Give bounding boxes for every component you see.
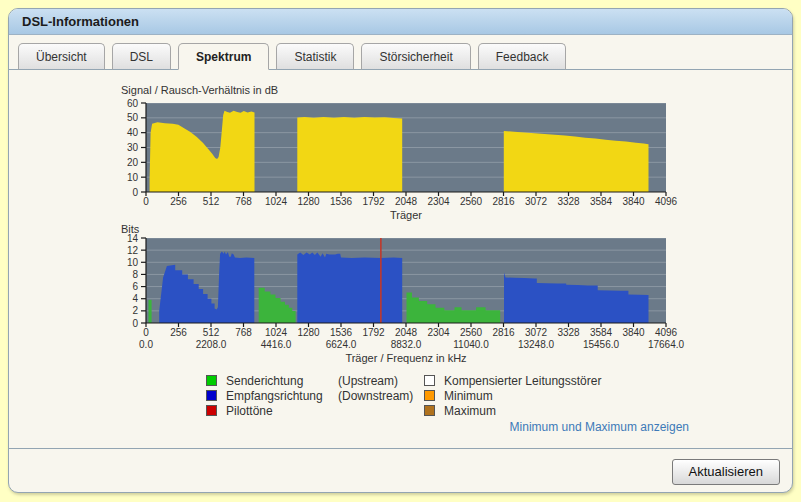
- panel-title-text: DSL-Informationen: [22, 14, 139, 29]
- svg-text:4096: 4096: [655, 327, 678, 338]
- svg-text:2304: 2304: [427, 327, 450, 338]
- svg-text:1792: 1792: [362, 196, 385, 207]
- svg-text:3840: 3840: [622, 196, 645, 207]
- svg-text:1792: 1792: [362, 327, 385, 338]
- svg-text:14: 14: [127, 233, 139, 244]
- upstream-swatch: [206, 375, 217, 386]
- svg-text:60: 60: [127, 98, 139, 109]
- svg-text:0.0: 0.0: [139, 339, 153, 350]
- svg-text:4416.0: 4416.0: [261, 339, 292, 350]
- svg-text:2048: 2048: [395, 327, 418, 338]
- tab-uebersicht[interactable]: Übersicht: [18, 43, 105, 70]
- snr-chart: 0102030405060025651276810241280153617922…: [106, 97, 696, 227]
- svg-text:3584: 3584: [590, 196, 613, 207]
- tab-bar: Übersicht DSL Spektrum Statistik Störsic…: [9, 36, 792, 70]
- legend-note-downstream: (Downstream): [338, 389, 416, 403]
- svg-text:512: 512: [203, 196, 220, 207]
- minimum-swatch: [424, 390, 435, 401]
- svg-text:4096: 4096: [655, 196, 678, 207]
- legend-label-maximum: Maximum: [444, 404, 601, 418]
- legend-label-compensated-disturber: Kompensierter Leitungsstörer: [444, 374, 601, 388]
- svg-text:768: 768: [235, 327, 252, 338]
- legend-note-upstream: (Upstream): [338, 374, 416, 388]
- svg-text:2048: 2048: [395, 196, 418, 207]
- svg-text:1536: 1536: [330, 327, 353, 338]
- svg-text:12: 12: [127, 245, 139, 256]
- svg-text:256: 256: [170, 196, 187, 207]
- svg-text:1536: 1536: [330, 196, 353, 207]
- svg-text:256: 256: [170, 327, 187, 338]
- svg-text:4: 4: [132, 293, 138, 304]
- panel-title: DSL-Informationen: [9, 9, 792, 35]
- legend-label-downstream: Empfangsrichtung: [226, 389, 330, 403]
- svg-text:2: 2: [132, 305, 138, 316]
- legend-label-minimum: Minimum: [444, 389, 601, 403]
- tab-statistik[interactable]: Statistik: [276, 43, 354, 70]
- svg-text:30: 30: [127, 142, 139, 153]
- svg-text:2560: 2560: [460, 196, 483, 207]
- svg-text:3328: 3328: [557, 196, 580, 207]
- svg-text:3072: 3072: [525, 327, 548, 338]
- svg-text:0: 0: [132, 318, 138, 329]
- show-minmax-link[interactable]: Minimum und Maximum anzeigen: [510, 420, 689, 434]
- legend-label-upstream: Senderichtung: [226, 374, 330, 388]
- dsl-info-panel: DSL-Informationen Übersicht DSL Spektrum…: [8, 8, 793, 493]
- svg-text:13248.0: 13248.0: [518, 339, 555, 350]
- svg-text:512: 512: [203, 327, 220, 338]
- refresh-button[interactable]: Aktualisieren: [672, 459, 780, 485]
- svg-text:0: 0: [132, 187, 138, 198]
- svg-text:2816: 2816: [492, 327, 515, 338]
- svg-text:50: 50: [127, 112, 139, 123]
- footer-bar: Aktualisieren: [9, 448, 792, 492]
- legend-label-pilot-tones: Pilottöne: [226, 404, 330, 418]
- legend: Senderichtung (Upstream) Kompensierter L…: [206, 373, 601, 418]
- svg-text:20: 20: [127, 157, 139, 168]
- snr-chart-title: Signal / Rausch-Verhältnis in dB: [121, 84, 278, 96]
- svg-text:1024: 1024: [265, 196, 288, 207]
- maximum-swatch: [424, 405, 435, 416]
- tab-feedback[interactable]: Feedback: [478, 43, 567, 70]
- svg-text:2560: 2560: [460, 327, 483, 338]
- downstream-swatch: [206, 390, 217, 401]
- svg-text:2816: 2816: [492, 196, 515, 207]
- svg-text:40: 40: [127, 127, 139, 138]
- svg-text:0: 0: [143, 196, 149, 207]
- svg-text:Träger: Träger: [390, 209, 422, 221]
- svg-text:10: 10: [127, 257, 139, 268]
- svg-text:768: 768: [235, 196, 252, 207]
- svg-text:0: 0: [143, 327, 149, 338]
- svg-text:15456.0: 15456.0: [583, 339, 620, 350]
- svg-text:8: 8: [132, 269, 138, 280]
- svg-text:10: 10: [127, 172, 139, 183]
- svg-text:6: 6: [132, 281, 138, 292]
- svg-text:8832.0: 8832.0: [391, 339, 422, 350]
- svg-text:11040.0: 11040.0: [453, 339, 489, 350]
- svg-text:1280: 1280: [297, 327, 320, 338]
- svg-text:6624.0: 6624.0: [326, 339, 357, 350]
- svg-text:17664.0: 17664.0: [648, 339, 685, 350]
- svg-text:Träger / Frequenz in kHz: Träger / Frequenz in kHz: [345, 352, 466, 364]
- svg-text:3584: 3584: [590, 327, 613, 338]
- pilot-tones-swatch: [206, 405, 217, 416]
- compensated-disturber-swatch: [424, 375, 435, 386]
- svg-text:3328: 3328: [557, 327, 580, 338]
- svg-text:3072: 3072: [525, 196, 548, 207]
- bits-chart: 0246810121402565127681024128015361792204…: [106, 229, 696, 371]
- svg-text:1024: 1024: [265, 327, 288, 338]
- tab-dsl[interactable]: DSL: [112, 43, 171, 70]
- svg-text:1280: 1280: [297, 196, 320, 207]
- svg-text:3840: 3840: [622, 327, 645, 338]
- tab-spektrum[interactable]: Spektrum: [178, 43, 269, 70]
- svg-text:2304: 2304: [427, 196, 450, 207]
- svg-text:2208.0: 2208.0: [196, 339, 227, 350]
- tab-stoersicherheit[interactable]: Störsicherheit: [361, 43, 470, 70]
